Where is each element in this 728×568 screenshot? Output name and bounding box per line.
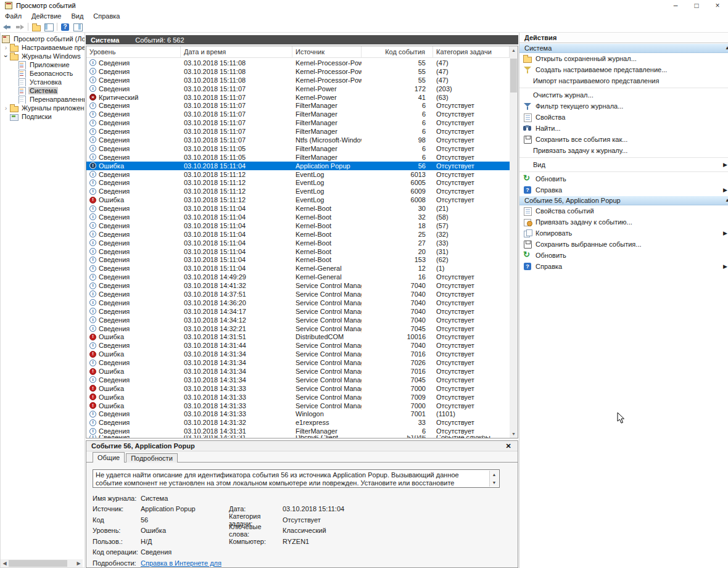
table-row[interactable]: iСведения03.10.2018 15:11:07Kernel-Power…	[86, 84, 510, 93]
table-row[interactable]: ×Критический03.10.2018 15:11:07Kernel-Po…	[86, 93, 510, 102]
action-event-properties[interactable]: Свойства событий	[519, 205, 728, 216]
action-save-all-events[interactable]: Сохранить все события как...	[519, 134, 728, 145]
action-open-saved-log[interactable]: Открыть сохраненный журнал...	[519, 53, 728, 64]
table-row[interactable]: iСведения03.10.2018 14:36:20Service Cont…	[86, 298, 510, 307]
action-view[interactable]: Вид▶	[519, 159, 728, 170]
table-row[interactable]: iСведения03.10.2018 15:11:07FilterManage…	[86, 127, 510, 136]
table-row[interactable]: iСведения03.10.2018 15:11:04Kernel-Boot2…	[86, 247, 510, 256]
tab-details[interactable]: Подробности	[126, 453, 178, 463]
sidebar-item[interactable]: Просмотр событий (Локальнь	[1, 35, 85, 43]
sidebar-item[interactable]: ›Настраиваемые представл	[1, 43, 85, 52]
table-row[interactable]: iСведения03.10.2018 15:11:07Ntfs (Micros…	[86, 136, 510, 144]
sidebar-item[interactable]: Система	[1, 86, 85, 95]
action-properties[interactable]: Свойства	[519, 112, 728, 123]
sidebar-item[interactable]: ›Журналы Windows	[1, 52, 85, 60]
table-row[interactable]: !Ошибка03.10.2018 14:31:34Service Contro…	[86, 350, 510, 358]
table-row[interactable]: iСведения03.10.2018 15:11:05FilterManage…	[86, 153, 510, 162]
scroll-down-icon[interactable]: ▼	[490, 479, 498, 487]
maximize-button[interactable]: □	[686, 0, 707, 11]
expander-collapsed-icon[interactable]: ›	[2, 104, 10, 112]
table-row[interactable]: iСведения03.10.2018 14:31:34Service Cont…	[86, 358, 510, 367]
action-attach-task-to-event[interactable]: Привязать задачу к событию...	[519, 216, 728, 228]
scroll-left-icon[interactable]: ◀	[1, 559, 9, 567]
table-row[interactable]: iСведения03.10.2018 15:11:07FilterManage…	[86, 110, 510, 118]
column-header[interactable]: Уровень	[86, 46, 181, 58]
actions-section-header[interactable]: Система▲	[519, 43, 728, 53]
menu-item[interactable]: Действие	[27, 11, 66, 22]
menu-item[interactable]: Файл	[0, 11, 27, 22]
table-row[interactable]: iСведения03.10.2018 15:11:08Kernel-Proce…	[86, 67, 510, 76]
tab-general[interactable]: Общие	[93, 452, 125, 463]
table-row[interactable]: iСведения03.10.2018 15:11:04Kernel-Boot1…	[86, 255, 510, 264]
table-row[interactable]: iСведения03.10.2018 15:11:12EventLog6013…	[86, 170, 510, 179]
column-header[interactable]: Код события	[362, 46, 433, 58]
table-row[interactable]: iСведения03.10.2018 15:11:05FilterManage…	[86, 144, 510, 153]
table-row[interactable]: iСведения03.10.2018 15:11:04Kernel-Boot3…	[86, 213, 510, 221]
table-row[interactable]: iСведения03.10.2018 15:11:08Kernel-Proce…	[86, 76, 510, 84]
sidebar-item[interactable]: Перенаправленные соб	[1, 95, 85, 104]
sidebar-item[interactable]: Приложение	[1, 60, 85, 69]
details-close-icon[interactable]: ✕	[504, 442, 513, 450]
sidebar-item[interactable]: Установка	[1, 78, 85, 86]
sidebar-item[interactable]: Безопасность	[1, 69, 85, 78]
minimize-button[interactable]: –	[665, 0, 686, 11]
table-row[interactable]: iСведения03.10.2018 15:11:12EventLog6009…	[86, 187, 510, 196]
table-row[interactable]: !Ошибка03.10.2018 14:31:33Service Contro…	[86, 384, 510, 393]
action-import-custom-view[interactable]: Импорт настраиваемого представления	[519, 75, 728, 86]
table-row[interactable]: iСведения03.10.2018 15:11:04Kernel-Boot1…	[86, 221, 510, 230]
table-row[interactable]: !Ошибка03.10.2018 14:31:33Service Contro…	[86, 393, 510, 401]
forward-button[interactable]	[14, 22, 26, 32]
table-row[interactable]: iСведения03.10.2018 15:11:08Kernel-Proce…	[86, 59, 510, 67]
action-save-selected-events[interactable]: Сохранить выбранные события...	[519, 239, 728, 250]
table-row[interactable]: iСведения03.10.2018 15:11:04Kernel-Boot3…	[86, 204, 510, 213]
table-row[interactable]: !Ошибка03.10.2018 15:11:04Application Po…	[86, 162, 510, 170]
action-find[interactable]: Найти...	[519, 123, 728, 134]
help-button[interactable]	[59, 22, 72, 32]
column-header[interactable]: Дата и время	[181, 46, 292, 58]
back-button[interactable]	[1, 22, 14, 32]
table-row[interactable]: !Ошибка03.10.2018 14:31:33Service Contro…	[86, 401, 510, 410]
action-help-event[interactable]: Справка▶	[519, 261, 728, 272]
collapse-icon[interactable]: ▲	[725, 43, 728, 53]
table-row[interactable]: iСведения03.10.2018 15:11:04Kernel-Gener…	[86, 264, 510, 273]
column-header[interactable]: Источник	[292, 46, 362, 58]
tree-horizontal-scrollbar[interactable]: ◀ ▶	[1, 559, 83, 567]
table-row[interactable]: iСведения03.10.2018 15:11:07FilterManage…	[86, 101, 510, 110]
close-button[interactable]: ×	[707, 0, 728, 11]
expander-collapsed-icon[interactable]: ›	[2, 44, 10, 51]
table-row[interactable]: iСведения03.10.2018 15:11:04Kernel-Boot2…	[86, 239, 510, 247]
action-create-custom-view[interactable]: Создать настраиваемое представление...	[519, 64, 728, 75]
sidebar-item[interactable]: Подписки	[1, 112, 85, 121]
table-row[interactable]: iСведения03.10.2018 14:34:12Service Cont…	[86, 316, 510, 324]
action-refresh-event[interactable]: Обновить	[519, 250, 728, 261]
menu-item[interactable]: Вид	[66, 11, 88, 22]
table-row[interactable]: !Ошибка03.10.2018 15:11:12EventLog6008От…	[86, 196, 510, 204]
action-filter-current-log[interactable]: Фильтр текущего журнала...	[519, 101, 728, 112]
online-help-link[interactable]: Справка в Интернете для	[141, 559, 229, 567]
open-saved-log-button[interactable]	[30, 22, 43, 32]
scroll-down-icon[interactable]: ▼	[510, 430, 518, 438]
scroll-up-icon[interactable]: ▲	[490, 471, 498, 479]
scrollbar-thumb[interactable]	[9, 560, 67, 567]
table-row[interactable]: iСведения03.10.2018 14:37:51Service Cont…	[86, 290, 510, 298]
table-row[interactable]: !Ошибка03.10.2018 14:31:51DistributedCOM…	[86, 333, 510, 342]
table-row[interactable]: iСведения03.10.2018 14:31:31Dhcpv6-Clien…	[86, 435, 510, 438]
action-copy[interactable]: Копировать▶	[519, 228, 728, 239]
table-row[interactable]: iСведения03.10.2018 15:11:04Kernel-Boot2…	[86, 230, 510, 239]
menu-item[interactable]: Справка	[88, 11, 125, 22]
table-row[interactable]: iСведения03.10.2018 14:31:33Winlogon7001…	[86, 410, 510, 419]
table-row[interactable]: iСведения03.10.2018 14:49:29Kernel-Gener…	[86, 273, 510, 281]
console-tree-button[interactable]	[43, 22, 55, 32]
table-row[interactable]: iСведения03.10.2018 14:31:34Service Cont…	[86, 376, 510, 384]
action-refresh[interactable]: Обновить	[519, 173, 728, 184]
table-row[interactable]: iСведения03.10.2018 14:34:17Service Cont…	[86, 307, 510, 316]
events-vertical-scrollbar[interactable]: ▲ ▼	[510, 46, 518, 438]
table-row[interactable]: iСведения03.10.2018 14:31:32e1rexpress33…	[86, 418, 510, 427]
action-help[interactable]: Справка▶	[519, 184, 728, 196]
table-row[interactable]: iСведения03.10.2018 14:41:32Service Cont…	[86, 281, 510, 290]
action-attach-task-to-log[interactable]: Привязать задачу к журналу...	[519, 145, 728, 156]
table-row[interactable]: iСведения03.10.2018 15:11:07FilterManage…	[86, 118, 510, 127]
table-row[interactable]: iСведения03.10.2018 14:32:21Service Cont…	[86, 324, 510, 333]
table-row[interactable]: iСведения03.10.2018 15:11:12EventLog6005…	[86, 178, 510, 187]
action-clear-log[interactable]: Очистить журнал...	[519, 89, 728, 101]
